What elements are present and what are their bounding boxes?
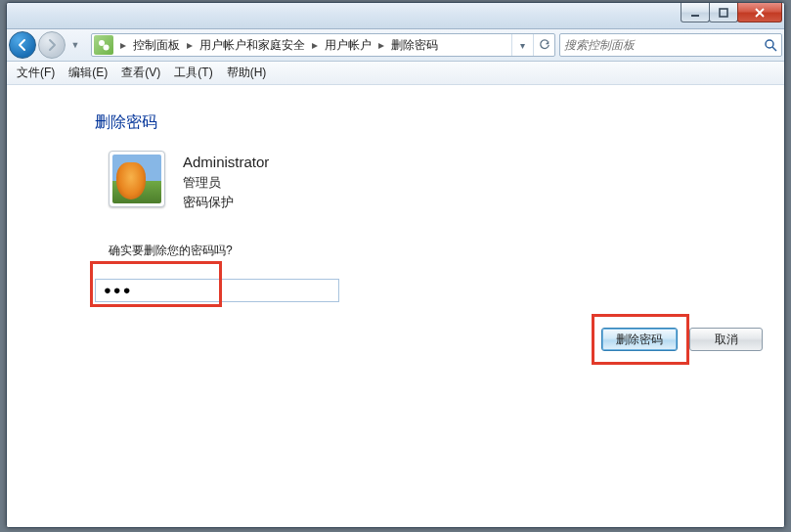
- svg-point-4: [766, 40, 773, 48]
- forward-button[interactable]: [38, 31, 66, 59]
- page-title: 删除密码: [95, 112, 767, 133]
- search-input[interactable]: [564, 38, 764, 52]
- menu-edit[interactable]: 编辑(E): [65, 63, 111, 83]
- minimize-icon: [689, 7, 701, 19]
- breadcrumb[interactable]: 用户帐户和家庭安全: [198, 34, 307, 56]
- chevron-right-icon[interactable]: ▸: [307, 34, 323, 56]
- current-password-input[interactable]: [95, 279, 339, 302]
- nav-row: ▼ ▸ 控制面板 ▸ 用户帐户和家庭安全 ▸ 用户帐户 ▸ 删除密码 ▾: [7, 29, 784, 62]
- breadcrumb[interactable]: 用户帐户: [323, 34, 374, 56]
- user-role: 管理员: [183, 173, 269, 193]
- svg-rect-0: [691, 15, 699, 17]
- button-row: 删除密码 取消: [601, 328, 763, 351]
- titlebar: [7, 3, 784, 29]
- refresh-button[interactable]: [533, 34, 554, 56]
- breadcrumb[interactable]: 删除密码: [389, 34, 440, 56]
- address-bar[interactable]: ▸ 控制面板 ▸ 用户帐户和家庭安全 ▸ 用户帐户 ▸ 删除密码 ▾: [91, 33, 555, 57]
- close-button[interactable]: [737, 3, 782, 22]
- cancel-button[interactable]: 取消: [689, 328, 763, 351]
- arrow-left-icon: [16, 38, 29, 52]
- menu-help[interactable]: 帮助(H): [223, 63, 271, 83]
- chevron-right-icon[interactable]: ▸: [182, 34, 198, 56]
- user-info-row: Administrator 管理员 密码保护: [109, 151, 767, 213]
- content-area: 删除密码 Administrator 管理员 密码保护 确实要删除您的密码吗? …: [7, 85, 784, 527]
- minimize-button[interactable]: [681, 3, 710, 22]
- window-controls: [681, 3, 782, 22]
- maximize-button[interactable]: [709, 3, 738, 22]
- svg-point-2: [99, 40, 105, 46]
- avatar-frame: [109, 151, 165, 207]
- maximize-icon: [718, 7, 729, 19]
- control-panel-window: ▼ ▸ 控制面板 ▸ 用户帐户和家庭安全 ▸ 用户帐户 ▸ 删除密码 ▾: [6, 2, 785, 528]
- user-status: 密码保护: [183, 193, 269, 212]
- menu-bar: 文件(F) 编辑(E) 查看(V) 工具(T) 帮助(H): [7, 62, 784, 85]
- menu-view[interactable]: 查看(V): [117, 63, 164, 83]
- control-panel-icon: [94, 35, 113, 55]
- address-dropdown[interactable]: ▾: [511, 34, 533, 56]
- svg-rect-1: [720, 9, 727, 17]
- refresh-icon: [539, 39, 550, 51]
- chevron-right-icon[interactable]: ▸: [115, 34, 131, 56]
- password-field-wrap: [95, 279, 344, 302]
- close-icon: [754, 7, 766, 19]
- svg-point-3: [104, 45, 110, 51]
- back-button[interactable]: [9, 31, 36, 59]
- svg-line-5: [772, 47, 776, 51]
- user-meta: Administrator 管理员 密码保护: [183, 151, 269, 213]
- chevron-right-icon[interactable]: ▸: [374, 34, 389, 56]
- confirm-question: 确实要删除您的密码吗?: [109, 243, 767, 259]
- search-box[interactable]: [559, 33, 782, 57]
- search-icon[interactable]: [764, 38, 777, 52]
- menu-tools[interactable]: 工具(T): [170, 63, 216, 83]
- nav-history-dropdown[interactable]: ▼: [67, 34, 83, 56]
- remove-password-button[interactable]: 删除密码: [601, 328, 678, 351]
- avatar: [112, 155, 161, 203]
- breadcrumb[interactable]: 控制面板: [131, 34, 182, 56]
- user-name: Administrator: [183, 151, 269, 173]
- menu-file[interactable]: 文件(F): [13, 63, 59, 83]
- arrow-right-icon: [45, 38, 59, 52]
